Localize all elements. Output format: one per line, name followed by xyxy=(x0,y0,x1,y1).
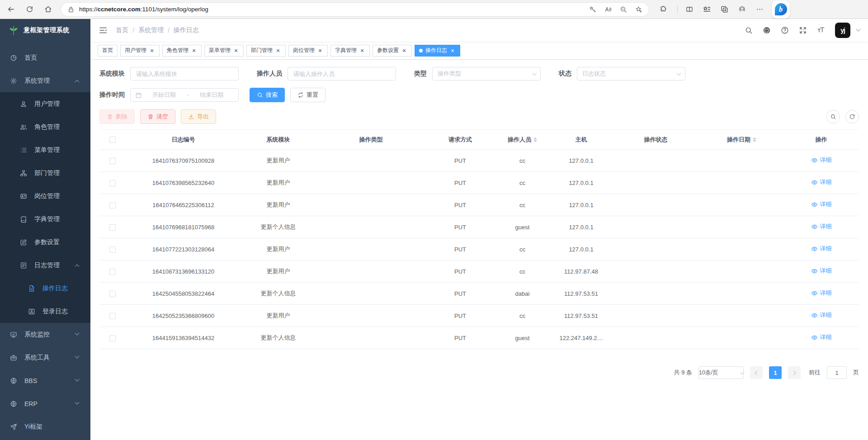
row-checkbox[interactable] xyxy=(109,335,116,341)
table-column-header[interactable]: 操作人员 xyxy=(494,130,551,150)
detail-link[interactable]: 详细 xyxy=(811,222,832,231)
prev-page-button[interactable] xyxy=(750,366,763,379)
close-icon[interactable]: × xyxy=(191,47,197,54)
sidebar-item[interactable]: 系统管理 xyxy=(0,69,90,92)
row-checkbox[interactable] xyxy=(109,180,116,186)
sidebar-item[interactable]: 首页 xyxy=(0,46,90,69)
favorites-bar-icon[interactable] xyxy=(703,5,711,13)
date-range-picker[interactable]: 开始日期 - 结束日期 xyxy=(130,88,239,102)
sidebar-item[interactable]: 系统工具 xyxy=(0,346,90,369)
detail-link[interactable]: 详细 xyxy=(811,200,832,208)
search-icon[interactable] xyxy=(745,26,753,34)
profile-icon[interactable] xyxy=(738,5,746,13)
delete-button[interactable]: 删除 xyxy=(99,109,135,124)
breadcrumb-item[interactable]: 首页/ xyxy=(116,26,138,34)
row-checkbox[interactable] xyxy=(109,246,116,253)
view-tab[interactable]: 部门管理× xyxy=(246,45,286,57)
close-icon[interactable]: × xyxy=(233,47,239,54)
page-size-select[interactable]: 10条/页 xyxy=(698,366,744,379)
refresh-table-button[interactable] xyxy=(845,110,859,123)
refresh-icon[interactable] xyxy=(26,5,33,13)
view-tab[interactable]: 角色管理× xyxy=(162,45,202,57)
extensions-icon[interactable] xyxy=(660,5,667,13)
type-select[interactable]: 操作类型 xyxy=(432,67,541,80)
next-page-button[interactable] xyxy=(788,366,801,379)
caret-down-icon[interactable] xyxy=(856,27,861,31)
view-tab[interactable]: 岗位管理× xyxy=(288,45,328,57)
table-column-header[interactable]: 操作日期 xyxy=(700,130,783,150)
copilot-button[interactable]: b xyxy=(772,0,790,19)
row-checkbox[interactable] xyxy=(109,224,116,231)
detail-link[interactable]: 详细 xyxy=(811,311,832,319)
font-size-icon[interactable] xyxy=(817,26,825,34)
sidebar-item[interactable]: 岗位管理 xyxy=(0,185,90,208)
more-icon[interactable] xyxy=(756,5,764,13)
operator-input[interactable] xyxy=(288,67,396,80)
status-select[interactable]: 日志状态 xyxy=(577,67,685,80)
close-icon[interactable]: × xyxy=(401,47,407,54)
arrow-left-icon[interactable] xyxy=(7,5,15,13)
sidebar-item[interactable]: 用户管理 xyxy=(0,92,90,115)
sidebar-item[interactable]: 登录日志 xyxy=(0,300,90,323)
sidebar-item[interactable]: Yi框架 xyxy=(0,415,90,438)
collections-icon[interactable] xyxy=(721,5,728,13)
reset-button[interactable]: 重置 xyxy=(290,88,326,102)
page-number-button[interactable]: 1 xyxy=(769,366,782,379)
view-tab[interactable]: 操作日志× xyxy=(415,45,460,57)
row-checkbox[interactable] xyxy=(109,313,116,319)
view-tab[interactable]: 菜单管理× xyxy=(204,45,244,57)
row-checkbox[interactable] xyxy=(109,202,116,208)
hamburger-icon[interactable] xyxy=(99,26,108,35)
module-input[interactable] xyxy=(130,67,239,80)
read-aloud-icon[interactable] xyxy=(604,6,612,13)
detail-link[interactable]: 详细 xyxy=(811,178,832,186)
lock-icon[interactable] xyxy=(67,6,75,13)
table-column-header: 主机 xyxy=(551,130,612,150)
view-tab[interactable]: 用户管理× xyxy=(120,45,160,57)
key-icon[interactable] xyxy=(589,6,596,13)
address-bar[interactable]: https://ccnetcore.com:1101/system/log/op… xyxy=(61,3,649,16)
avatar[interactable]: yj xyxy=(835,23,850,38)
detail-link[interactable]: 详细 xyxy=(811,289,832,297)
search-button[interactable]: 搜索 xyxy=(250,88,285,102)
sidebar-item[interactable]: 操作日志 xyxy=(0,277,90,300)
home-icon[interactable] xyxy=(44,5,52,13)
export-button[interactable]: 导出 xyxy=(181,109,216,124)
view-tab[interactable]: 参数设置× xyxy=(373,45,412,57)
fullscreen-icon[interactable] xyxy=(799,26,807,34)
select-all-checkbox[interactable] xyxy=(109,137,116,143)
detail-link[interactable]: 详细 xyxy=(811,267,832,275)
sidebar-item[interactable]: 系统监控 xyxy=(0,323,90,346)
star-plus-icon[interactable] xyxy=(635,6,642,13)
sidebar-item[interactable]: BBS xyxy=(0,369,90,392)
github-icon[interactable] xyxy=(763,26,771,34)
sidebar-item[interactable]: 部门管理 xyxy=(0,161,90,185)
detail-link[interactable]: 详细 xyxy=(811,156,832,164)
search-toggle-button[interactable] xyxy=(826,110,840,123)
close-icon[interactable]: × xyxy=(449,47,456,54)
close-icon[interactable]: × xyxy=(317,47,323,54)
detail-link[interactable]: 详细 xyxy=(811,333,832,341)
row-checkbox[interactable] xyxy=(109,269,116,275)
view-tab[interactable]: 字典管理× xyxy=(330,45,370,57)
row-checkbox[interactable] xyxy=(109,291,116,297)
sidebar-item[interactable]: 角色管理 xyxy=(0,115,90,138)
close-icon[interactable]: × xyxy=(149,47,155,54)
detail-link[interactable]: 详细 xyxy=(811,245,832,253)
split-screen-icon[interactable] xyxy=(677,5,693,13)
sidebar-item[interactable]: 字典管理 xyxy=(0,208,90,231)
clear-button[interactable]: 清空 xyxy=(140,109,175,124)
breadcrumb-item[interactable]: 操作日志/ xyxy=(174,26,199,34)
sidebar-item[interactable]: 菜单管理 xyxy=(0,138,90,161)
sidebar-item[interactable]: 参数设置 xyxy=(0,231,90,254)
close-icon[interactable]: × xyxy=(275,47,281,54)
sidebar-item[interactable]: 日志管理 xyxy=(0,254,90,277)
sidebar-item[interactable]: ERP xyxy=(0,392,90,415)
zoom-out-icon[interactable] xyxy=(620,6,627,13)
help-icon[interactable] xyxy=(781,26,789,34)
view-tab[interactable]: 首页× xyxy=(98,45,118,57)
breadcrumb-item[interactable]: 系统管理/ xyxy=(138,26,174,34)
row-checkbox[interactable] xyxy=(109,158,116,164)
close-icon[interactable]: × xyxy=(359,47,365,54)
goto-page-input[interactable] xyxy=(827,366,847,379)
